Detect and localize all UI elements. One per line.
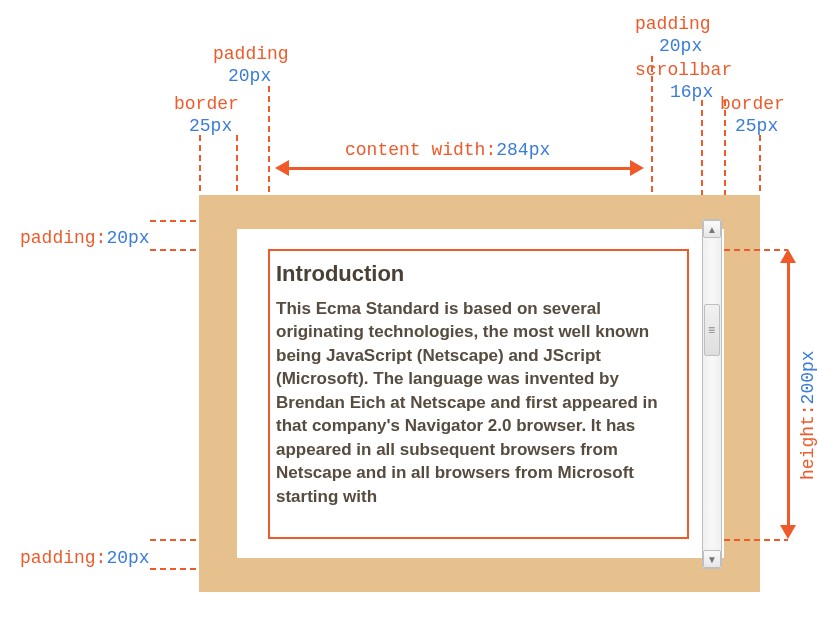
padding-left-label: padding (213, 44, 289, 64)
guide-scrollbar-left (701, 100, 703, 196)
content-box: Introduction This Ecma Standard is based… (268, 249, 689, 539)
guide-border-left-inner (236, 135, 238, 195)
guide-padding-left-end (268, 86, 270, 196)
scrollbar-thumb[interactable]: ≡ (704, 304, 720, 356)
border-bottom (199, 558, 760, 592)
border-right-value: 25px (735, 116, 778, 136)
padding-top-label: padding:20px (20, 228, 150, 248)
height-label: height:200px (798, 350, 818, 480)
border-right (724, 195, 760, 592)
arrow-head-left (275, 160, 289, 176)
arrow-head-right (630, 160, 644, 176)
border-left-label: border (174, 94, 239, 114)
scrollbar-label: scrollbar (635, 60, 732, 80)
scrollbar-down[interactable]: ▼ (703, 550, 721, 568)
guide-content-right (651, 56, 653, 196)
padding-bottom-label: padding:20px (20, 548, 150, 568)
guide-scrollbar-right (724, 100, 726, 196)
content-width-label: content width:284px (345, 140, 550, 160)
guide-border-right-outer (759, 135, 761, 195)
content-heading: Introduction (276, 261, 681, 287)
height-arrow-down (780, 525, 796, 539)
guide-height-top (724, 249, 788, 251)
guide-border-left-outer (199, 135, 201, 195)
padding-right-value: 20px (659, 36, 702, 56)
padding-left-value: 20px (228, 66, 271, 86)
content-body: This Ecma Standard is based on several o… (276, 297, 681, 508)
border-top (199, 195, 760, 229)
scrollbar-track[interactable]: ▲ ≡ ▼ (702, 219, 722, 569)
border-left-value: 25px (189, 116, 232, 136)
height-arrow-line (787, 263, 790, 525)
guide-height-bot (724, 539, 788, 541)
scrollbar-value: 16px (670, 82, 713, 102)
height-arrow-up (780, 249, 796, 263)
padding-right-label: padding (635, 14, 711, 34)
content-width-arrow (289, 167, 630, 170)
scrollbar-up[interactable]: ▲ (703, 220, 721, 238)
border-left (199, 195, 237, 592)
border-right-label: border (720, 94, 785, 114)
